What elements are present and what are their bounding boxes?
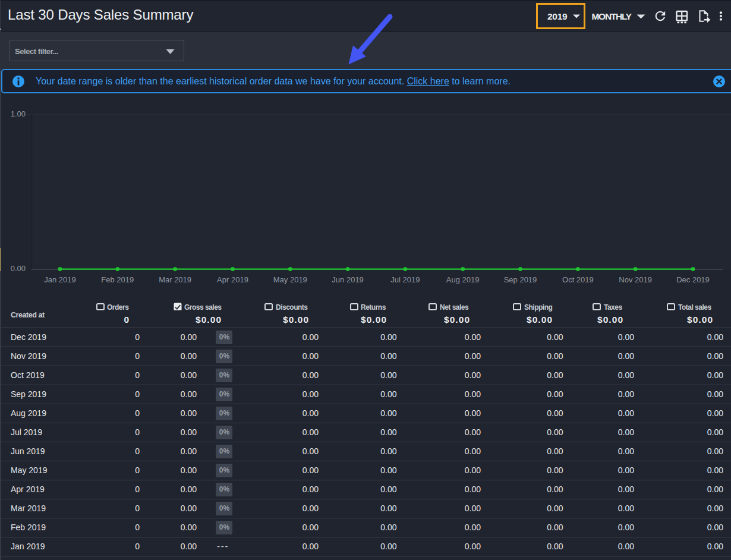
svg-text:0.00: 0.00 [11,264,26,273]
svg-text:Nov 2019: Nov 2019 [619,275,652,284]
svg-text:Apr 2019: Apr 2019 [217,275,248,284]
svg-text:Jan 2019: Jan 2019 [44,275,76,284]
svg-text:Jun 2019: Jun 2019 [332,275,364,284]
svg-text:Feb 2019: Feb 2019 [101,275,134,284]
svg-text:Oct 2019: Oct 2019 [562,275,594,284]
svg-text:Jul 2019: Jul 2019 [390,275,420,284]
svg-text:Sep 2019: Sep 2019 [504,275,537,284]
svg-text:Mar 2019: Mar 2019 [159,275,191,284]
svg-text:Dec 2019: Dec 2019 [676,275,710,284]
svg-text:Aug 2019: Aug 2019 [446,275,480,284]
svg-text:May 2019: May 2019 [273,275,307,284]
svg-text:1.00: 1.00 [11,109,26,118]
